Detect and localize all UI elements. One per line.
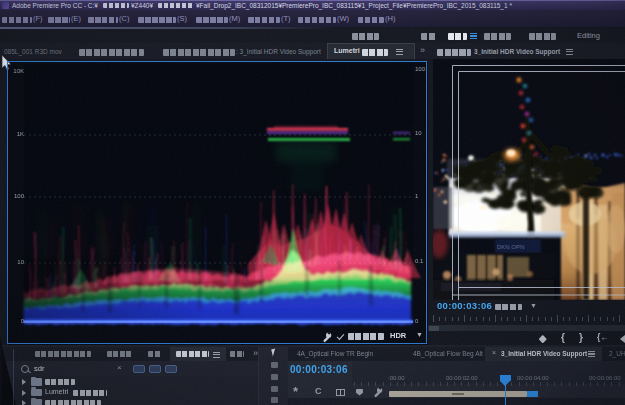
svg-text:DKN OPN: DKN OPN [497,244,524,250]
